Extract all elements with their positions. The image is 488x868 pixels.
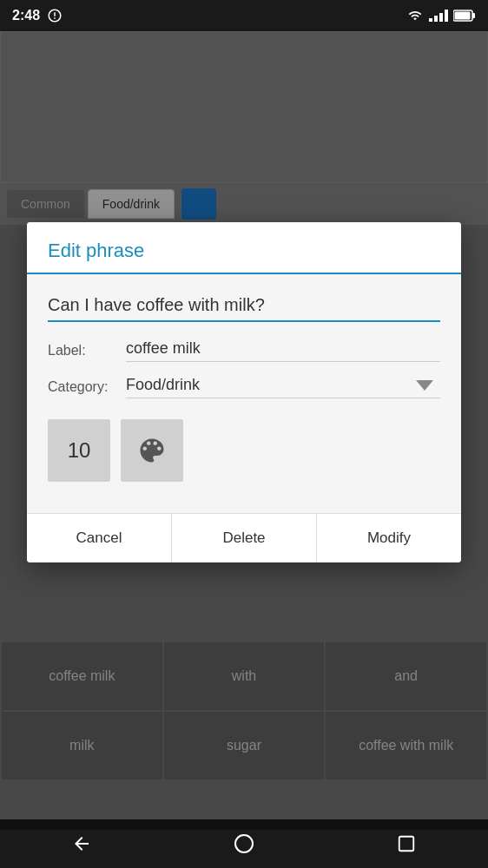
modify-button[interactable]: Modify (317, 514, 461, 562)
recent-icon (397, 834, 416, 853)
label-row: Label: coffee milk (48, 339, 440, 362)
battery-icon (453, 10, 476, 22)
dialog-footer: Cancel Delete Modify (27, 513, 461, 562)
category-field-container[interactable]: Food/drink (126, 376, 440, 398)
category-field-label: Category: (48, 379, 126, 395)
dialog-overlay: Edit phrase Label: coffee milk Category: (0, 31, 488, 830)
category-dropdown-arrow (416, 380, 433, 391)
back-button[interactable] (56, 828, 108, 859)
status-bar-left: 2:48 (12, 8, 63, 23)
status-time: 2:48 (12, 8, 40, 23)
palette-button[interactable] (121, 419, 183, 482)
phrase-input-row (48, 292, 440, 322)
dialog-header: Edit phrase (27, 222, 461, 274)
signal-icon (429, 10, 448, 22)
edit-phrase-dialog: Edit phrase Label: coffee milk Category: (27, 222, 461, 562)
label-field-value: coffee milk (126, 339, 440, 362)
recent-button[interactable] (380, 828, 432, 859)
number-button[interactable]: 10 (48, 419, 110, 482)
label-field-label: Label: (48, 343, 126, 358)
app-background: Common Food/drink coffee milk with and m… (0, 31, 488, 830)
svg-point-3 (235, 835, 253, 852)
status-bar-right (406, 9, 476, 23)
wifi-icon (406, 9, 424, 23)
delete-button[interactable]: Delete (172, 514, 317, 562)
category-row: Category: Food/drink (48, 376, 440, 398)
cancel-button[interactable]: Cancel (27, 514, 172, 562)
status-bar: 2:48 (0, 0, 488, 31)
dialog-title: Edit phrase (48, 240, 440, 262)
svg-rect-4 (399, 837, 414, 852)
svg-rect-1 (472, 13, 475, 18)
controls-row: 10 (48, 419, 440, 482)
back-icon (71, 833, 92, 854)
svg-rect-2 (455, 12, 471, 20)
home-button[interactable] (218, 828, 270, 859)
dialog-body: Label: coffee milk Category: Food/drink … (27, 274, 461, 513)
notification-icon (47, 8, 63, 23)
phrase-input[interactable] (48, 292, 440, 322)
home-icon (234, 833, 254, 854)
palette-icon (136, 435, 168, 466)
category-field-value: Food/drink (126, 376, 416, 394)
